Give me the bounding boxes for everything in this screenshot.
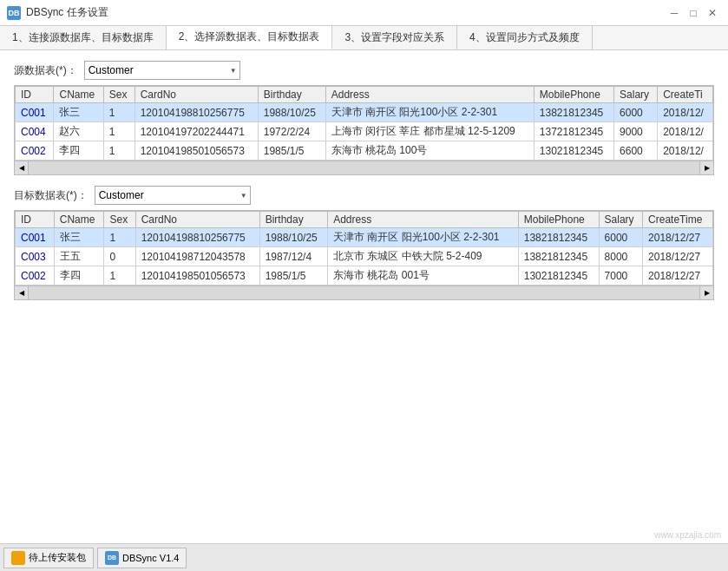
source-table-select[interactable]: Customer bbox=[84, 61, 240, 80]
source-header: 源数据表(*)： Customer bbox=[14, 61, 714, 80]
source-table-container: ID CName Sex CardNo Birthday Address Mob… bbox=[14, 85, 714, 161]
tabbar: 1、连接源数据库、目标数据库 2、选择源数据表、目标数据表 3、设置字段对应关系… bbox=[0, 26, 728, 50]
source-section: 源数据表(*)： Customer ID CName Sex CardNo Bi… bbox=[14, 61, 714, 175]
dbsync-icon: DB bbox=[105, 551, 119, 565]
tab-field-mapping[interactable]: 3、设置字段对应关系 bbox=[332, 26, 457, 49]
titlebar-left: DB DBSync 任务设置 bbox=[7, 5, 108, 20]
target-label: 目标数据表(*)： bbox=[14, 188, 88, 203]
source-scroll-left[interactable]: ◀ bbox=[15, 161, 29, 174]
target-col-sex: Sex bbox=[104, 212, 135, 228]
target-scroll-right[interactable]: ▶ bbox=[699, 286, 713, 299]
target-table: ID CName Sex CardNo Birthday Address Mob… bbox=[15, 211, 713, 286]
taskbar-dbsync[interactable]: DB DBSync V1.4 bbox=[97, 548, 187, 568]
source-col-cname: CName bbox=[54, 87, 103, 103]
maximize-button[interactable]: □ bbox=[685, 4, 702, 22]
target-col-cname: CName bbox=[54, 212, 104, 228]
source-col-createtime: CreateTi bbox=[658, 87, 713, 103]
target-scrollbar[interactable]: ◀ ▶ bbox=[14, 286, 714, 300]
table-row[interactable]: C001张三11201041988102567751988/10/25天津市 南… bbox=[16, 103, 713, 122]
watermark: www.xpzajia.com bbox=[654, 530, 721, 540]
target-col-createtime: CreateTime bbox=[643, 212, 713, 228]
source-col-birthday: Birthday bbox=[258, 87, 325, 103]
source-table-header: ID CName Sex CardNo Birthday Address Mob… bbox=[16, 87, 713, 103]
source-col-mobile: MobilePhone bbox=[534, 87, 613, 103]
target-table-container: ID CName Sex CardNo Birthday Address Mob… bbox=[14, 210, 714, 286]
target-col-birthday: Birthday bbox=[259, 212, 327, 228]
source-col-address: Address bbox=[325, 87, 534, 103]
target-scroll-track[interactable] bbox=[29, 286, 699, 299]
source-scroll-track[interactable] bbox=[29, 161, 699, 174]
main-content: 源数据表(*)： Customer ID CName Sex CardNo Bi… bbox=[0, 50, 728, 543]
titlebar-title: DBSync 任务设置 bbox=[26, 5, 108, 20]
source-col-cardno: CardNo bbox=[134, 87, 258, 103]
table-row[interactable]: C002李四11201041985010565731985/1/5东海市 桃花岛… bbox=[16, 266, 713, 286]
target-col-id: ID bbox=[16, 212, 55, 228]
target-section: 目标数据表(*)： Customer ID CName Sex CardNo B… bbox=[14, 186, 714, 300]
tab-connect-db[interactable]: 1、连接源数据库、目标数据库 bbox=[0, 26, 167, 49]
app-icon: DB bbox=[7, 6, 21, 20]
upload-icon bbox=[11, 551, 25, 565]
taskbar-dbsync-label: DBSync V1.4 bbox=[122, 553, 179, 563]
source-select-wrapper: Customer bbox=[84, 61, 240, 80]
source-col-salary: Salary bbox=[614, 87, 658, 103]
source-scroll-right[interactable]: ▶ bbox=[699, 161, 713, 174]
target-header: 目标数据表(*)： Customer bbox=[14, 186, 714, 205]
tab-sync-settings[interactable]: 4、设置同步方式及频度 bbox=[457, 26, 593, 49]
target-select-wrapper: Customer bbox=[95, 186, 251, 205]
taskbar-upload[interactable]: 待上传安装包 bbox=[3, 548, 94, 568]
source-col-sex: Sex bbox=[103, 87, 134, 103]
source-table: ID CName Sex CardNo Birthday Address Mob… bbox=[15, 86, 713, 161]
table-row[interactable]: C003王五01201041987120435781987/12/4北京市 东城… bbox=[16, 247, 713, 266]
target-table-header: ID CName Sex CardNo Birthday Address Mob… bbox=[16, 212, 713, 228]
source-col-id: ID bbox=[16, 87, 54, 103]
target-col-mobile: MobilePhone bbox=[518, 212, 599, 228]
taskbar: 待上传安装包 DB DBSync V1.4 bbox=[0, 543, 728, 571]
target-col-cardno: CardNo bbox=[135, 212, 259, 228]
taskbar-upload-label: 待上传安装包 bbox=[29, 551, 86, 564]
source-label: 源数据表(*)： bbox=[14, 63, 77, 78]
titlebar-controls: ─ □ ✕ bbox=[666, 4, 721, 22]
target-col-address: Address bbox=[328, 212, 519, 228]
table-row[interactable]: C001张三11201041988102567751988/10/25天津市 南… bbox=[16, 228, 713, 247]
target-scroll-left[interactable]: ◀ bbox=[15, 286, 29, 299]
table-row[interactable]: C004赵六11201041972022444711972/2/24上海市 闵行… bbox=[16, 122, 713, 141]
source-scrollbar[interactable]: ◀ ▶ bbox=[14, 161, 714, 175]
target-table-select[interactable]: Customer bbox=[95, 186, 251, 205]
titlebar: DB DBSync 任务设置 ─ □ ✕ bbox=[0, 0, 728, 26]
close-button[interactable]: ✕ bbox=[704, 4, 721, 22]
tab-select-tables[interactable]: 2、选择源数据表、目标数据表 bbox=[167, 26, 333, 49]
target-col-salary: Salary bbox=[599, 212, 643, 228]
table-row[interactable]: C002李四11201041985010565731985/1/5东海市 桃花岛… bbox=[16, 141, 713, 161]
minimize-button[interactable]: ─ bbox=[666, 4, 683, 22]
